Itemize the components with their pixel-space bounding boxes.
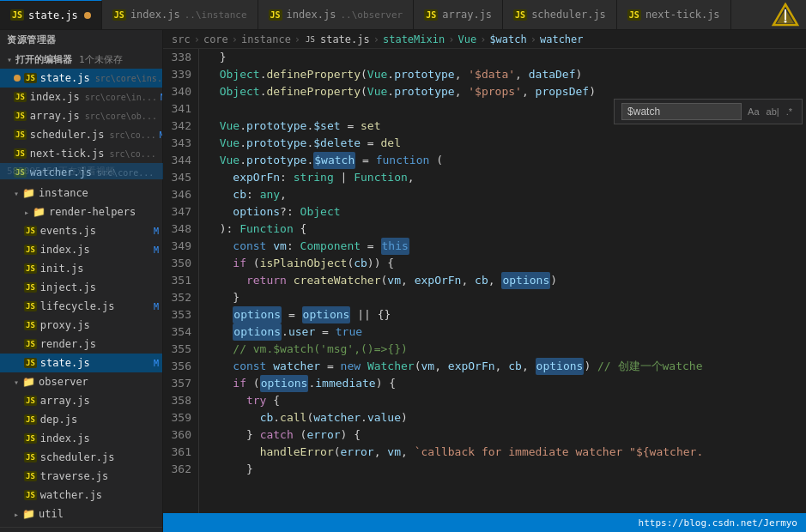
folder-label: instance [39,187,88,199]
js-icon: JS [24,282,37,293]
code-line: return createWatcher(vm, expOrFn, cb, op… [206,272,799,289]
open-editors-label: 打开的编辑器 [15,53,72,66]
js-icon: JS [24,245,37,255]
find-case-btn[interactable]: Aa [745,106,761,118]
folder-render-helpers[interactable]: ▸ 📁 render-helpers [0,203,162,221]
sep: › [480,33,486,45]
js-icon: JS [14,111,27,121]
dirty-dot [14,75,21,82]
modified-badge: M [154,245,159,255]
file-scheduler-js-obs[interactable]: JS scheduler.js [0,448,162,467]
find-input[interactable] [621,103,742,120]
unsaved-count: 1个未保存 [79,53,123,66]
file-init-js[interactable]: JS init.js [0,259,162,278]
sidebar: 资源管理器 ▾ 打开的编辑器 1个未保存 JS state.js src\cor… [0,30,163,532]
modified-badge: M [154,227,159,236]
file-label: watcher.js [40,489,102,501]
tab-index-instance[interactable]: JS index.js ..\instance [102,0,258,29]
folder-instance[interactable]: ▾ 📁 instance [0,184,162,203]
find-widget: Aa ab| .* [614,99,803,124]
breadcrumb-watcher: watcher [540,33,584,45]
open-file-state-js[interactable]: JS state.js src\core\ins... M [0,69,162,88]
sep: › [448,33,454,45]
code-line: if (options.immediate) { [206,375,799,392]
js-icon: JS [24,263,37,274]
file-label: init.js [40,263,84,275]
file-render-js[interactable]: JS render.js [0,335,162,354]
file-label: watcher.js [30,166,92,178]
code-line: options.user = true [206,323,799,341]
tab-next-tick-js[interactable]: JS next-tick.js [617,0,731,29]
file-path: src\co... [110,130,156,140]
code-line: ): Function { [206,221,799,238]
code-line: if (isPlainObject(cb)) { [206,255,799,272]
file-lifecycle-js[interactable]: JS lifecycle.js M [0,297,162,316]
tab-path: ..\instance [185,9,247,21]
js-icon: JS [304,34,317,45]
tab-index-observer[interactable]: JS index.js ..\observer [258,0,415,29]
folder-util[interactable]: ▸ 📁 util [0,505,162,523]
file-path: src\core... [97,168,154,178]
tab-scheduler-js[interactable]: JS scheduler.js [503,0,617,29]
file-label: lifecycle.js [40,300,115,312]
js-icon: JS [513,9,527,21]
js-icon: JS [627,9,641,21]
find-regex-btn[interactable]: .* [784,106,795,118]
code-line: Vue.prototype.$delete = del [206,135,799,152]
file-proxy-js[interactable]: JS proxy.js [0,316,162,335]
tab-state-js[interactable]: JS state.js [0,0,102,29]
sep: › [232,33,238,45]
code-line: } [206,49,799,66]
code-line: try { [206,392,799,409]
js-icon: JS [112,9,126,21]
file-path: src\core\ob... [85,112,157,121]
tab-array-js[interactable]: JS array.js [414,0,503,29]
code-line: options?: Object [206,203,799,221]
code-line: handleError(error, vm, `callback for imm… [206,444,799,461]
open-file-watcher-js[interactable]: JS watcher.js src\core... [0,163,162,182]
file-index-js-instance[interactable]: JS index.js M [0,240,162,259]
tab-label: array.js [442,9,492,21]
js-icon: JS [14,92,27,102]
file-traverse-js[interactable]: JS traverse.js [0,467,162,486]
js-icon: JS [24,433,37,444]
file-label: inject.js [40,281,96,293]
js-icon: JS [24,414,37,425]
line-numbers: 338 339 340 341 342 343 344 345 346 347 … [163,49,199,513]
folder-observer[interactable]: ▾ 📁 observer [0,372,162,391]
js-icon: JS [10,9,24,21]
folder-icon: 📁 [22,187,35,199]
file-path: src\co... [110,149,156,159]
tab-label: index.js [287,9,336,21]
tab-bar: JS state.js JS index.js ..\instance JS i… [0,0,806,30]
find-options: Aa ab| .* [745,106,795,118]
js-icon: JS [24,396,37,406]
js-icon: JS [24,452,37,462]
tab-path: ..\observer [340,9,403,21]
code-line: // vm.$watch('msg',()=>{}) [206,341,799,358]
tab-label: scheduler.js [531,9,606,21]
file-watcher-js-obs[interactable]: JS watcher.js [0,486,162,505]
open-file-index-js[interactable]: JS index.js src\core\in... M [0,88,162,106]
file-label: scheduler.js [40,451,115,463]
open-file-next-tick-js[interactable]: JS next-tick.js src\co... [0,144,162,163]
sep: › [194,33,200,45]
file-dep-js[interactable]: JS dep.js [0,410,162,429]
open-editors-section[interactable]: ▾ 打开的编辑器 1个未保存 [0,50,162,69]
file-state-js[interactable]: JS state.js M [0,354,162,372]
open-file-scheduler-js[interactable]: JS scheduler.js src\co... M [0,125,162,144]
file-inject-js[interactable]: JS inject.js [0,278,162,297]
brand-logo [772,3,799,27]
file-path: src\core\ins... [95,74,163,83]
code-line: } catch (error) { [206,426,799,444]
folder-icon: 📁 [22,376,35,388]
outline-section[interactable]: ▸ 大纲 [0,528,162,532]
sidebar-title: 资源管理器 [0,30,162,50]
file-index-js-obs[interactable]: JS index.js [0,429,162,448]
open-file-array-js[interactable]: JS array.js src\core\ob... [0,106,162,125]
file-label: index.js [30,91,80,103]
folder-icon: 📁 [33,206,45,218]
file-array-js-obs[interactable]: JS array.js [0,391,162,410]
find-word-btn[interactable]: ab| [764,106,782,118]
file-events-js[interactable]: JS events.js M [0,221,162,240]
